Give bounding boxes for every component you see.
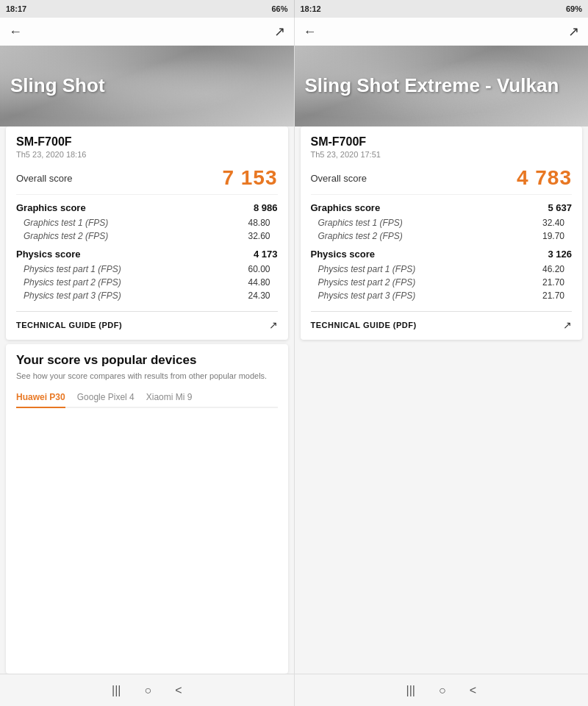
left-graphics-test-1-label: Graphics test 1 (FPS) <box>24 218 108 228</box>
tab-google[interactable]: Google Pixel 4 <box>77 392 135 407</box>
left-physics-test-3-label: Physics test part 3 (FPS) <box>24 290 121 301</box>
right-graphics-test-1-value: 32.40 <box>542 218 564 228</box>
left-back-icon[interactable]: ← <box>9 24 22 40</box>
right-technical-share-icon[interactable]: ↗ <box>563 319 572 331</box>
right-graphics-value: 5 637 <box>548 202 572 213</box>
right-physics-test-2-value: 21.70 <box>542 277 564 288</box>
right-graphics-label-text: Graphics score <box>311 202 381 213</box>
right-physics-test-1: Physics test part 1 (FPS) 46.20 <box>311 263 573 276</box>
right-physics-test-2-label: Physics test part 2 (FPS) <box>318 277 416 288</box>
status-bar-left: 18:17 66% <box>0 0 294 18</box>
left-physics-value: 4 173 <box>254 249 278 260</box>
left-graphics-value: 8 986 <box>254 202 278 213</box>
tab-huawei[interactable]: Huawei P30 <box>16 392 65 408</box>
right-technical-guide-row: TECHNICAL GUIDE (PDF) ↗ <box>311 311 573 331</box>
left-device-name: SM-F700F <box>16 135 278 149</box>
left-overall-row: Overall score 7 153 <box>16 166 278 195</box>
right-device-date: Th5 23, 2020 17:51 <box>311 150 573 159</box>
tab-xiaomi[interactable]: Xiaomi Mi 9 <box>146 392 193 407</box>
left-overall-score: 7 153 <box>222 166 277 190</box>
status-right-right: 69% <box>566 4 582 13</box>
left-share-icon[interactable]: ↗ <box>274 24 285 40</box>
left-physics-test-1: Physics test part 1 (FPS) 60.00 <box>16 263 278 276</box>
status-right-left: 66% <box>271 4 287 13</box>
right-home-button[interactable]: ○ <box>439 684 446 697</box>
right-hero: Sling Shot Extreme - Vulkan <box>295 46 589 126</box>
left-physics-label: Physics score 4 173 <box>16 249 278 260</box>
status-bars: 18:17 66% 18:12 69% <box>0 0 588 18</box>
left-graphics-test-2-label: Graphics test 2 (FPS) <box>24 231 108 241</box>
left-graphics-test-2: Graphics test 2 (FPS) 32.60 <box>16 229 278 243</box>
right-score-card: SM-F700F Th5 23, 2020 17:51 Overall scor… <box>301 126 583 340</box>
left-graphics-label-text: Graphics score <box>16 202 86 213</box>
left-physics-test-1-value: 60.00 <box>248 264 270 274</box>
right-graphics-label: Graphics score 5 637 <box>311 202 573 213</box>
left-recent-button[interactable]: ||| <box>112 684 121 697</box>
right-back-icon[interactable]: ← <box>304 24 317 40</box>
left-back-button[interactable]: < <box>175 684 182 697</box>
right-share-icon[interactable]: ↗ <box>568 24 579 40</box>
left-graphics-test-1-value: 48.80 <box>248 218 270 228</box>
right-physics-label: Physics score 3 126 <box>311 249 573 260</box>
left-bottom-section: Your score vs popular devices See how yo… <box>6 344 288 674</box>
right-panel: ← ↗ Sling Shot Extreme - Vulkan SM-F700F… <box>295 18 589 674</box>
left-physics-test-2-value: 44.80 <box>248 277 270 288</box>
right-physics-test-1-label: Physics test part 1 (FPS) <box>318 264 416 274</box>
right-overall-row: Overall score 4 783 <box>311 166 573 195</box>
left-physics-test-1-label: Physics test part 1 (FPS) <box>24 264 121 274</box>
left-overall-label: Overall score <box>16 173 73 184</box>
right-graphics-test-2-value: 19.70 <box>542 231 564 241</box>
left-technical-share-icon[interactable]: ↗ <box>269 319 278 331</box>
right-graphics-test-1: Graphics test 1 (FPS) 32.40 <box>311 216 573 229</box>
right-physics-test-1-value: 46.20 <box>542 264 564 274</box>
left-hero: Sling Shot <box>0 46 294 126</box>
bottom-title: Your score vs popular devices <box>16 353 278 368</box>
right-nav-bar: ||| ○ < <box>294 674 589 706</box>
left-top-nav: ← ↗ <box>0 18 294 46</box>
right-device-name: SM-F700F <box>311 135 573 149</box>
right-physics-test-3-value: 21.70 <box>542 290 564 301</box>
tabs-row: Huawei P30 Google Pixel 4 Xiaomi Mi 9 <box>16 392 278 408</box>
right-back-button[interactable]: < <box>470 684 476 697</box>
right-recent-button[interactable]: ||| <box>406 684 415 697</box>
left-graphics-label: Graphics score 8 986 <box>16 202 278 213</box>
status-left-left: 18:17 <box>6 4 26 13</box>
bottom-subtitle: See how your score compares with results… <box>16 371 278 382</box>
left-physics-test-2: Physics test part 2 (FPS) 44.80 <box>16 276 278 289</box>
right-physics-test-3: Physics test part 3 (FPS) 21.70 <box>311 289 573 302</box>
main-area: ← ↗ Sling Shot SM-F700F Th5 23, 2020 18:… <box>0 18 588 674</box>
left-home-button[interactable]: ○ <box>144 684 151 697</box>
right-physics-test-3-label: Physics test part 3 (FPS) <box>318 290 416 301</box>
left-physics-test-3-value: 24.30 <box>248 290 270 301</box>
time-right: 18:12 <box>301 4 321 13</box>
right-graphics-test-2: Graphics test 2 (FPS) 19.70 <box>311 229 573 243</box>
battery-right: 69% <box>566 4 582 13</box>
left-device-date: Th5 23, 2020 18:16 <box>16 150 278 159</box>
time-left: 18:17 <box>6 4 26 13</box>
right-overall-label: Overall score <box>311 173 368 184</box>
status-bar-right: 18:12 69% <box>294 0 589 18</box>
right-physics-test-2: Physics test part 2 (FPS) 21.70 <box>311 276 573 289</box>
left-hero-title: Sling Shot <box>10 74 105 97</box>
right-hero-title: Sling Shot Extreme - Vulkan <box>305 74 559 97</box>
left-technical-guide-label[interactable]: TECHNICAL GUIDE (PDF) <box>16 321 122 329</box>
status-left-right: 18:12 <box>301 4 321 13</box>
right-overall-score: 4 783 <box>517 166 572 190</box>
left-nav-bar: ||| ○ < <box>0 674 294 706</box>
left-physics-label-text: Physics score <box>16 249 80 260</box>
left-panel: ← ↗ Sling Shot SM-F700F Th5 23, 2020 18:… <box>0 18 295 674</box>
left-technical-guide-row: TECHNICAL GUIDE (PDF) ↗ <box>16 311 278 331</box>
right-graphics-test-1-label: Graphics test 1 (FPS) <box>318 218 403 228</box>
left-score-card: SM-F700F Th5 23, 2020 18:16 Overall scor… <box>6 126 288 340</box>
left-graphics-test-1: Graphics test 1 (FPS) 48.80 <box>16 216 278 229</box>
left-physics-test-3: Physics test part 3 (FPS) 24.30 <box>16 289 278 302</box>
right-physics-value: 3 126 <box>548 249 572 260</box>
right-top-nav: ← ↗ <box>295 18 589 46</box>
right-physics-label-text: Physics score <box>311 249 375 260</box>
left-graphics-test-2-value: 32.60 <box>248 231 270 241</box>
nav-bar: ||| ○ < ||| ○ < <box>0 674 588 706</box>
left-physics-test-2-label: Physics test part 2 (FPS) <box>24 277 121 288</box>
battery-left: 66% <box>271 4 287 13</box>
right-graphics-test-2-label: Graphics test 2 (FPS) <box>318 231 403 241</box>
right-technical-guide-label[interactable]: TECHNICAL GUIDE (PDF) <box>311 321 417 329</box>
